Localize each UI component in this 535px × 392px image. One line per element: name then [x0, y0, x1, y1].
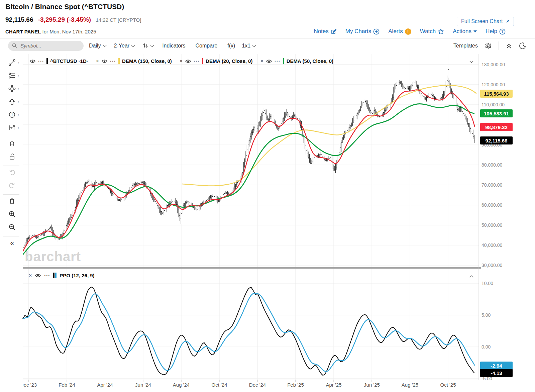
time-axis: Dec '23Feb '24Apr '24Jun '24Aug '24Oct '… [23, 381, 479, 390]
actions-menu[interactable]: Actions [453, 28, 477, 35]
time-axis-label: Oct '25 [440, 382, 456, 388]
indicators-button[interactable]: Indicators [162, 43, 185, 49]
price-legend: ···^BTCTUSD ·1D·× ···DEMA (150, Close, 0… [29, 58, 333, 64]
price-chart-canvas[interactable] [0, 53, 535, 392]
chart-toolbar: Daily 2-Year Indicators Compare f(x) 1x1… [0, 38, 535, 53]
fibonacci-tool[interactable] [8, 72, 16, 80]
dema50-value-badge: 105,583.91 [480, 109, 513, 117]
star-icon [438, 28, 444, 35]
last-price-badge: 92,115.66 [480, 136, 513, 144]
measure-tool[interactable] [8, 124, 16, 132]
alerts-label: Alerts [388, 28, 403, 35]
notes-link[interactable]: Notes [314, 28, 336, 35]
alerts-link[interactable]: Alerts ! [388, 28, 411, 35]
dark-mode-moon-icon[interactable] [519, 42, 526, 50]
shape-tool[interactable] [8, 85, 16, 93]
tool-expand-chevron[interactable]: › [18, 86, 19, 91]
legend-label: DEMA (20, Close, 0) [206, 58, 252, 64]
price-change-text: -3,295.29 (-3.45%) [38, 16, 91, 23]
price-axis-label: 110,000.00 [481, 102, 505, 107]
annotation-number-tool[interactable]: 1 [8, 111, 16, 119]
unlock-tool[interactable] [8, 153, 16, 161]
tool-expand-chevron[interactable]: › [18, 99, 19, 104]
symbol-input[interactable] [20, 42, 78, 49]
quote-time-text: 14:22 CT [CRYPTO] [96, 17, 141, 23]
settings-gear-icon[interactable] [485, 42, 492, 50]
time-axis-label: Feb '24 [59, 382, 75, 388]
my-charts-link[interactable]: My Charts [345, 28, 380, 35]
collapse-toolbar-icon[interactable] [506, 42, 512, 49]
last-price-text: 92,115.66 [5, 16, 33, 23]
eye-visibility-icon[interactable] [35, 273, 41, 278]
caret-down-icon [473, 30, 477, 32]
panel-row: CHART PANEL for Mon, Nov 17th, 2025 [5, 29, 96, 34]
remove-indicator-icon[interactable]: × [260, 59, 263, 64]
delete-drawings-button[interactable] [8, 197, 16, 205]
time-axis-label: Oct '24 [211, 382, 227, 388]
redo-button[interactable] [8, 181, 16, 189]
time-axis-label: Aug '25 [402, 382, 418, 388]
chevron-down-icon [103, 43, 106, 47]
collapse-sidebar-button[interactable]: « [8, 239, 16, 247]
legend-menu-icon[interactable]: ··· [110, 58, 116, 64]
compare-button[interactable]: Compare [196, 43, 218, 49]
chevron-down-icon [131, 43, 135, 47]
remove-indicator-icon[interactable]: × [180, 59, 183, 64]
legend-menu-icon[interactable]: ··· [194, 58, 200, 64]
tool-expand-chevron[interactable]: › [18, 125, 19, 130]
legend-menu-icon[interactable]: ··· [38, 58, 44, 64]
my-charts-label: My Charts [345, 28, 371, 35]
legend-label: DEMA (50, Close, 0) [287, 58, 333, 64]
trend-line-tool[interactable] [8, 59, 16, 67]
eye-visibility-icon[interactable] [185, 59, 191, 64]
tool-expand-chevron[interactable]: › [18, 112, 19, 117]
compare-label: Compare [196, 43, 218, 49]
tool-expand-chevron[interactable]: › [18, 73, 19, 78]
help-link[interactable]: Help ? [486, 28, 506, 35]
chevron-down-icon [150, 43, 154, 47]
svg-text:1: 1 [11, 113, 13, 117]
period-dropdown[interactable]: Daily [89, 43, 106, 49]
series-color-chip [283, 58, 284, 64]
price-axis-label: 70,000.00 [481, 182, 502, 188]
legend-menu-icon[interactable]: ··· [44, 273, 50, 278]
ppo-value-badge: -4.13 [480, 369, 513, 377]
price-axis-label: 50,000.00 [481, 222, 502, 228]
legend-menu-icon[interactable]: ··· [275, 58, 281, 64]
zoom-out-button[interactable] [8, 223, 16, 231]
grid-layout-dropdown[interactable]: 1x1 [242, 43, 255, 49]
full-screen-chart-button[interactable]: Full Screen Chart [457, 17, 514, 26]
remove-indicator-icon[interactable]: × [29, 273, 32, 278]
grid-layout-label: 1x1 [242, 43, 250, 49]
bar-type-dropdown[interactable] [142, 42, 153, 49]
arrow-tool[interactable] [8, 98, 16, 106]
page-title: Bitcoin / Binance Spot (^BTCTUSD) [5, 3, 124, 11]
zoom-in-button[interactable] [8, 210, 16, 218]
watch-link[interactable]: Watch [420, 28, 444, 35]
ppo-pane-collapse-icon[interactable] [469, 275, 474, 279]
series-color-chip [46, 58, 48, 64]
strip-divider [3, 236, 19, 236]
svg-text:?: ? [501, 29, 504, 33]
templates-button[interactable]: Templates [453, 43, 478, 49]
eye-visibility-icon[interactable] [29, 59, 36, 64]
panel-label: CHART PANEL [5, 29, 41, 34]
question-circle-icon: ? [499, 28, 506, 35]
undo-button[interactable] [8, 168, 16, 176]
alert-exclamation-icon: ! [405, 28, 411, 35]
range-dropdown[interactable]: 2-Year [114, 43, 135, 49]
eye-visibility-icon[interactable] [101, 59, 108, 64]
remove-indicator-icon[interactable]: × [96, 59, 99, 64]
chevron-down-icon [252, 43, 256, 47]
price-pane-collapse-icon[interactable] [469, 60, 474, 64]
watch-label: Watch [420, 28, 436, 35]
series-color-chip [53, 273, 57, 278]
eye-visibility-icon[interactable] [266, 59, 272, 64]
ppo-axis-label: 10.00 [481, 281, 493, 286]
fx-button[interactable]: f(x) [227, 43, 235, 49]
symbol-search[interactable] [8, 41, 84, 51]
tool-expand-chevron[interactable]: › [18, 60, 19, 65]
series-color-chip [118, 58, 120, 64]
chart-area: barchart › › › › [0, 53, 535, 392]
magnet-tool[interactable] [8, 139, 16, 148]
